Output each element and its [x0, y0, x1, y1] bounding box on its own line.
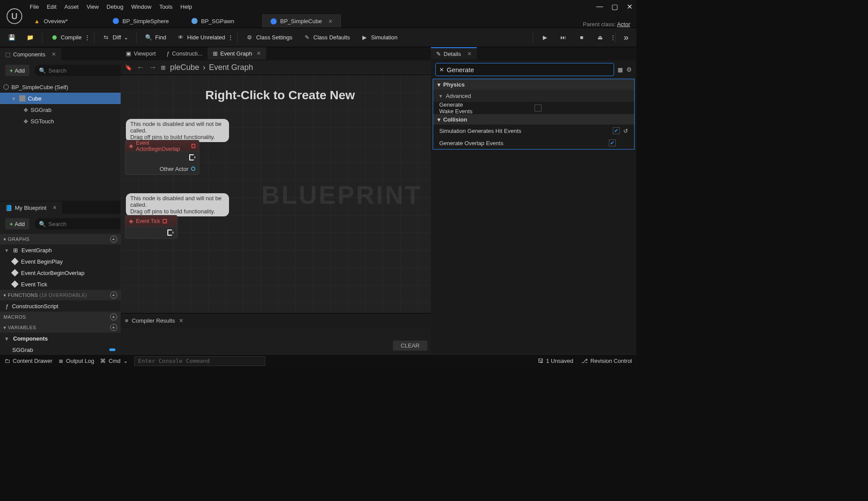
class-settings-button[interactable]: ⚙ Class Settings — [241, 31, 297, 45]
clear-search-icon[interactable]: ✕ — [439, 66, 444, 73]
class-defaults-button[interactable]: ✎ Class Defaults — [299, 31, 354, 45]
other-actor-pin[interactable]: Other Actor — [125, 163, 199, 174]
console-input[interactable]: Enter Console Command — [134, 356, 265, 366]
event-actorbeginoverlap[interactable]: Event ActorBeginOverlap — [0, 267, 121, 278]
bookmark-icon[interactable]: 🔖 — [125, 64, 132, 71]
tab-sgpawn[interactable]: BP_SGPawn — [184, 14, 262, 28]
step-button[interactable]: ⏭ — [555, 31, 572, 45]
bp-search-input[interactable] — [49, 221, 121, 227]
tab-overview[interactable]: ▲ Oveview* — [26, 14, 105, 28]
graph-eventgraph[interactable]: ▾ ⊞ EventGraph — [0, 244, 121, 256]
add-graph-button[interactable]: + — [110, 236, 117, 243]
output-log-button[interactable]: ≣ Output Log — [59, 358, 94, 364]
chevron-down-icon[interactable]: ▾ — [5, 247, 10, 254]
checkbox-overlap[interactable] — [609, 139, 616, 146]
menu-view[interactable]: View — [87, 3, 99, 10]
browse-button[interactable]: 📁 — [22, 31, 38, 45]
bp-search[interactable]: 🔍 — [35, 218, 121, 230]
forward-button[interactable]: → — [149, 63, 156, 72]
minimize-button[interactable]: — — [596, 3, 603, 10]
breakpoint-icon[interactable] — [191, 144, 195, 148]
diff-button[interactable]: ⇆ Diff ⌄ — [98, 31, 133, 45]
close-icon[interactable]: ✕ — [257, 50, 261, 56]
close-icon[interactable]: ✕ — [52, 205, 57, 211]
chevron-down-icon[interactable]: ▾ — [5, 335, 10, 342]
checkbox-sim-hit[interactable] — [613, 127, 620, 134]
tree-row-self[interactable]: BP_SimpleCube (Self) — [0, 81, 121, 93]
close-button[interactable]: ✕ — [626, 3, 633, 10]
simulation-button[interactable]: ▶ Simulation — [356, 31, 402, 45]
tree-row-sgtouch[interactable]: SGTouch — [0, 115, 121, 127]
components-search-input[interactable] — [49, 67, 121, 74]
menu-debug[interactable]: Debug — [107, 3, 123, 10]
close-icon[interactable]: ✕ — [52, 51, 56, 57]
cmd-dropdown[interactable]: ⌘ Cmd ⌄ — [100, 358, 128, 364]
menu-tools[interactable]: Tools — [159, 3, 172, 10]
compiler-title[interactable]: Compiler Results — [132, 317, 175, 324]
myblueprint-tab[interactable]: 📘 My Blueprint ✕ — [0, 202, 62, 214]
stop-button[interactable]: ■ — [573, 31, 590, 45]
menu-asset[interactable]: Asset — [64, 3, 79, 10]
kebab-icon[interactable] — [610, 34, 612, 41]
event-tick[interactable]: Event Tick — [0, 278, 121, 290]
close-icon[interactable]: ✕ — [328, 18, 333, 24]
find-button[interactable]: 🔍 Find — [140, 31, 170, 45]
tab-eventgraph[interactable]: ⊞ Event Graph ✕ — [208, 47, 266, 59]
gear-icon[interactable] — [626, 66, 632, 73]
node-eventtick[interactable]: ◈ Event Tick — [125, 215, 177, 239]
close-icon[interactable]: ✕ — [467, 51, 472, 57]
tree-row-sggrab[interactable]: SGGrab — [0, 104, 121, 115]
exec-out-pin[interactable] — [125, 227, 177, 238]
parent-class-link[interactable]: Actor — [617, 21, 630, 28]
var-sggrab[interactable]: SGGrab — [0, 344, 121, 354]
node-header[interactable]: ◈ Event ActorBeginOverlap — [125, 140, 199, 152]
section-graphs[interactable]: ▾ GRAPHS + — [0, 234, 121, 244]
tab-viewport[interactable]: ▣ Viewport — [121, 47, 161, 59]
add-macro-button[interactable]: + — [110, 313, 117, 320]
components-search[interactable]: 🔍 — [35, 65, 121, 76]
content-drawer-button[interactable]: 🗀 Content Drawer — [4, 358, 52, 364]
overflow-button[interactable] — [619, 31, 633, 45]
details-search[interactable]: ✕ — [435, 63, 614, 76]
components-tab[interactable]: ⬚ Components ✕ — [0, 48, 61, 60]
kebab-icon[interactable] — [84, 34, 86, 41]
close-icon[interactable]: ✕ — [179, 317, 184, 324]
details-search-input[interactable] — [447, 66, 610, 73]
breakpoint-icon[interactable] — [163, 219, 167, 223]
tab-simplecube[interactable]: BP_SimpleCube ✕ — [262, 14, 341, 28]
eject-button[interactable]: ⏏ — [592, 31, 608, 45]
category-physics[interactable]: ▾ Physics — [433, 79, 634, 90]
checkbox-generate-wake[interactable] — [535, 104, 542, 111]
section-macros[interactable]: MACROS + — [0, 312, 121, 322]
play-button[interactable]: ▶ — [537, 31, 553, 45]
maximize-button[interactable]: ▢ — [611, 3, 618, 10]
unsaved-indicator[interactable]: 🖫 1 Unsaved — [538, 358, 573, 364]
menu-edit[interactable]: Edit — [47, 3, 56, 10]
add-variable-button[interactable]: + — [110, 324, 117, 331]
menu-file[interactable]: File — [30, 3, 39, 10]
revision-control-button[interactable]: ⎇ Revision Control — [581, 358, 632, 364]
variables-components-group[interactable]: ▾ Components — [0, 333, 121, 344]
tab-construction[interactable]: ƒ Constructi... — [161, 47, 208, 59]
section-variables[interactable]: ▾ VARIABLES + — [0, 322, 121, 333]
graph-canvas[interactable]: Right-Click to Create New This node is d… — [121, 75, 431, 313]
subcategory-advanced[interactable]: ▾ Advanced — [433, 90, 634, 102]
tab-simplesphere[interactable]: BP_SimpleSphere — [105, 14, 184, 28]
clear-button[interactable]: CLEAR — [393, 341, 427, 351]
function-constructionscript[interactable]: ConstructionScript — [0, 300, 121, 312]
hide-unrelated-button[interactable]: 👁 Hide Unrelated — [172, 31, 234, 45]
chevron-down-icon[interactable]: ▾ — [12, 95, 17, 102]
exec-out-pin[interactable] — [125, 152, 199, 163]
compile-button[interactable]: ⬣ Compile — [46, 31, 90, 45]
kebab-icon[interactable] — [228, 34, 229, 41]
back-button[interactable]: ← — [136, 63, 144, 72]
node-header[interactable]: ◈ Event Tick — [125, 216, 177, 227]
add-function-button[interactable]: + — [110, 292, 117, 299]
add-component-button[interactable]: + Add — [5, 65, 29, 76]
tree-row-cube[interactable]: ▾ Cube — [0, 93, 121, 104]
section-functions[interactable]: ▾ FUNCTIONS (19 OVERRIDABLE) + — [0, 290, 121, 300]
revert-icon[interactable] — [623, 128, 628, 134]
category-collision[interactable]: ▾ Collision — [433, 114, 634, 125]
menu-help[interactable]: Help — [181, 3, 192, 10]
menu-window[interactable]: Window — [131, 3, 151, 10]
